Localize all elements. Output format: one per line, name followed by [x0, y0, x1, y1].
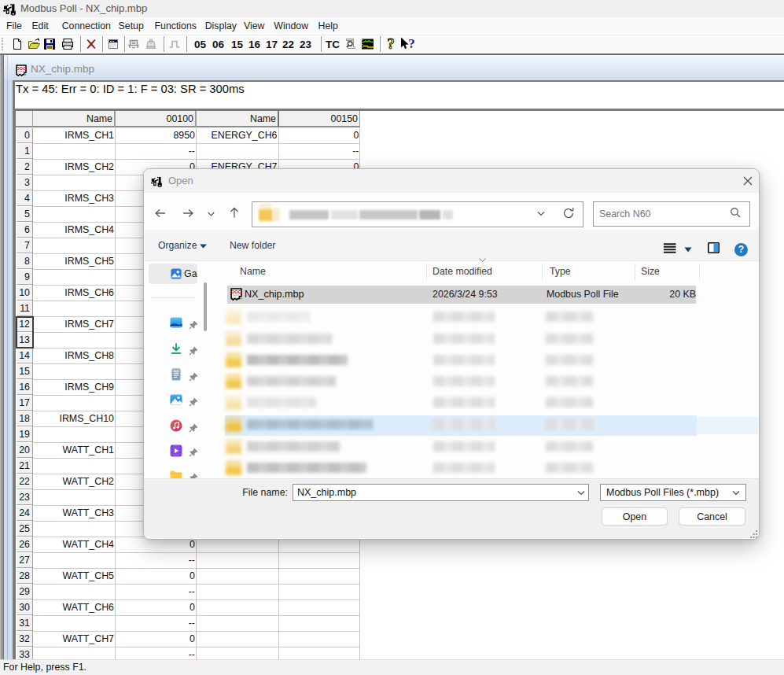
svg-text:?: ?: [408, 36, 415, 51]
svg-text:?: ?: [387, 36, 395, 52]
svg-text:DOC: DOC: [231, 290, 242, 294]
svg-text:DOC: DOC: [17, 66, 26, 71]
